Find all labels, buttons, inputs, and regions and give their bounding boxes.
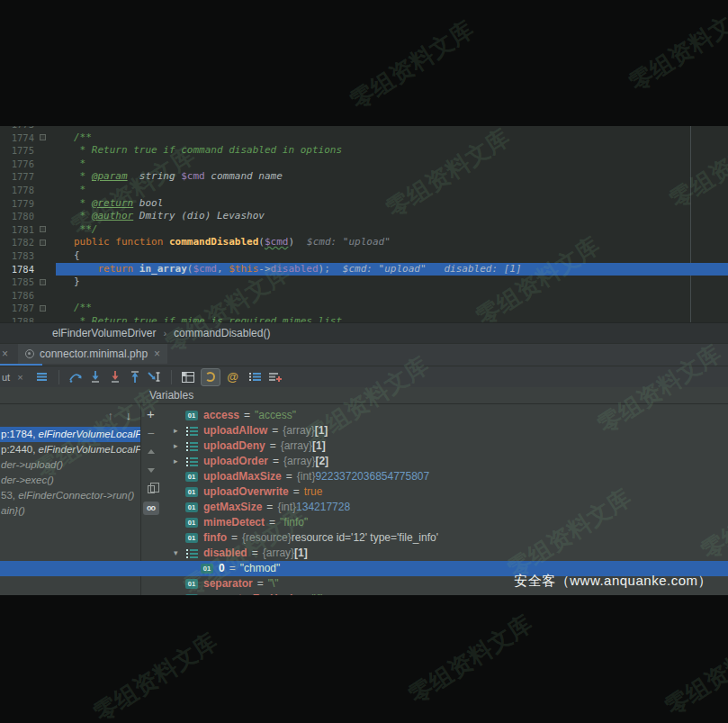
duplicate-watch-icon[interactable]	[141, 480, 160, 499]
variable-row[interactable]: ▾disabled={array} [1]	[160, 546, 728, 561]
breadcrumb-method[interactable]: commandDisabled()	[174, 327, 270, 339]
editor-gutter[interactable]: 1774	[0, 131, 56, 145]
add-watch-icon[interactable]: +	[141, 404, 160, 423]
editor-gutter[interactable]: 1780	[0, 210, 56, 223]
line-number: 1778	[0, 184, 34, 197]
code-line[interactable]: 1778 *	[0, 184, 728, 197]
code-text: * @author Dmitry (dio) Levashov	[56, 210, 265, 223]
fold-end-icon[interactable]	[40, 279, 46, 285]
remove-watch-icon[interactable]: −	[141, 423, 160, 442]
code-editor[interactable]: 17731774/**1775 * Return true if command…	[0, 126, 728, 322]
toolwindow-tab-close-icon[interactable]: ×	[17, 372, 22, 383]
variable-value: 134217728	[296, 500, 350, 515]
editor-gutter[interactable]: 1786	[0, 289, 56, 303]
chevron-right-icon[interactable]: ▸	[174, 438, 185, 454]
variable-row[interactable]: ▸01uploadMaxSize={int} 92233720368547758…	[160, 469, 728, 484]
next-frame-icon[interactable]: ↓	[126, 409, 132, 422]
numeric-list-icon[interactable]	[246, 368, 265, 386]
breadcrumb-class[interactable]: elFinderVolumeDriver	[52, 327, 156, 339]
variable-name: disabled	[203, 546, 247, 561]
variable-row[interactable]: ▸uploadOrder={array} [2]	[160, 454, 728, 469]
editor-gutter[interactable]: 1778	[0, 184, 56, 197]
variable-row[interactable]: ▸uploadDeny={array} [1]	[160, 438, 728, 454]
threads-view-icon[interactable]	[32, 368, 52, 386]
view-breakpoints-icon[interactable]	[178, 368, 198, 386]
previous-frame-icon[interactable]: ↑	[107, 409, 113, 422]
at-references-icon[interactable]: @	[223, 368, 243, 386]
code-text: public function commandDisabled($cmd)$cm…	[56, 236, 391, 249]
fold-start-icon[interactable]	[40, 239, 46, 246]
partial-toolwindow-tab[interactable]: ut	[2, 372, 10, 383]
partial-tab-close-icon[interactable]: ×	[2, 348, 8, 360]
constants-toggle-icon[interactable]	[201, 368, 220, 386]
code-line[interactable]: 1787/**	[0, 302, 728, 315]
variable-row[interactable]: ▸01uploadOverwrite=true	[160, 484, 728, 500]
stack-frame[interactable]: ain}()	[0, 503, 140, 519]
tab-connector-minimal-php[interactable]: connector.minimal.php ×	[18, 344, 167, 364]
stack-frame[interactable]: p:1784, elFinderVolumeLocalFi	[0, 427, 140, 442]
code-line[interactable]: 1784 return in_array($cmd, $this->disabl…	[0, 263, 728, 276]
editor-gutter[interactable]: 1783	[0, 249, 56, 263]
step-into-icon[interactable]	[85, 368, 105, 386]
code-line[interactable]: 1779 * @return bool	[0, 197, 728, 211]
code-line[interactable]: 1786	[0, 289, 728, 303]
variable-value: "access"	[255, 408, 296, 423]
code-line[interactable]: 1785}	[0, 276, 728, 289]
variable-row[interactable]: ▸uploadAllow={array} [1]	[160, 423, 728, 438]
code-line[interactable]: 1777 * @param string $cmd command name	[0, 170, 728, 184]
variable-row[interactable]: ▸01access="access"	[160, 408, 728, 423]
code-line[interactable]: 1780 * @author Dmitry (dio) Levashov	[0, 210, 728, 223]
step-over-icon[interactable]	[66, 368, 85, 386]
chevron-right-icon[interactable]: ▸	[174, 423, 185, 438]
code-line[interactable]: 1776 *	[0, 158, 728, 171]
stack-frame[interactable]: der->upload()	[0, 457, 140, 473]
editor-gutter[interactable]: 1777	[0, 170, 56, 184]
code-line[interactable]: 1783{	[0, 249, 728, 263]
ide-window: 17731774/**1775 * Return true if command…	[0, 0, 728, 723]
editor-gutter[interactable]: 1775	[0, 144, 56, 158]
fold-start-icon[interactable]	[40, 134, 46, 140]
editor-gutter[interactable]: 1785	[0, 276, 56, 289]
fold-start-icon[interactable]	[40, 305, 46, 312]
stack-frame[interactable]: der->exec()	[0, 473, 140, 488]
run-to-cursor-icon[interactable]	[145, 368, 165, 386]
debug-toolbar: ut ×	[0, 366, 728, 387]
code-line[interactable]: 1788 * Return true if mime is required m…	[0, 315, 728, 322]
variable-value: {array}	[281, 438, 312, 454]
move-up-icon[interactable]	[141, 442, 160, 461]
code-text: * @param string $cmd command name	[56, 170, 283, 184]
variable-row[interactable]: ▸01mimeDetect="finfo"	[160, 515, 728, 530]
primitive-value-icon: 01	[185, 472, 198, 482]
editor-gutter[interactable]: 1787	[0, 302, 56, 315]
chevron-right-icon[interactable]: ▸	[174, 454, 185, 469]
code-line[interactable]: 1782public function commandDisabled($cmd…	[0, 236, 728, 249]
code-line[interactable]: 1781 **/	[0, 223, 728, 237]
editor-gutter[interactable]: 1779	[0, 197, 56, 211]
code-line[interactable]: 1775 * Return true if command disabled i…	[0, 144, 728, 158]
variable-row[interactable]: ▸01separatorForHash="/"	[160, 592, 728, 595]
force-step-into-icon[interactable]	[105, 368, 125, 386]
editor-gutter[interactable]: 1776	[0, 158, 56, 171]
tab-close-icon[interactable]: ×	[154, 348, 160, 360]
step-out-icon[interactable]	[125, 368, 145, 386]
code-token: string	[128, 170, 182, 182]
code-line[interactable]: 1774/**	[0, 131, 728, 145]
variable-row[interactable]: ▸01getMaxSize={int} 134217728	[160, 500, 728, 515]
fold-end-icon[interactable]	[40, 226, 46, 232]
variable-name: uploadAllow	[203, 423, 267, 438]
code-token: public function	[74, 236, 169, 248]
move-down-icon[interactable]	[141, 461, 160, 480]
editor-gutter[interactable]: 1782	[0, 236, 56, 249]
editor-gutter[interactable]: 1784	[0, 263, 56, 276]
stack-frame[interactable]: 53, elFinderConnector->run()	[0, 488, 140, 503]
code-text: **/	[56, 223, 98, 237]
show-watches-icon[interactable]: oo	[141, 499, 160, 518]
chevron-down-icon[interactable]: ▾	[174, 546, 185, 561]
editor-gutter[interactable]: 1788	[0, 315, 56, 322]
code-token: ,	[217, 263, 229, 275]
add-to-watches-icon[interactable]	[265, 368, 285, 386]
variable-row[interactable]: ▸01finfo={resource} resource id='12' typ…	[160, 530, 728, 546]
line-number: 1783	[0, 249, 34, 263]
editor-gutter[interactable]: 1781	[0, 223, 56, 237]
stack-frame[interactable]: p:2440, elFinderVolumeLocalFi	[0, 442, 140, 457]
